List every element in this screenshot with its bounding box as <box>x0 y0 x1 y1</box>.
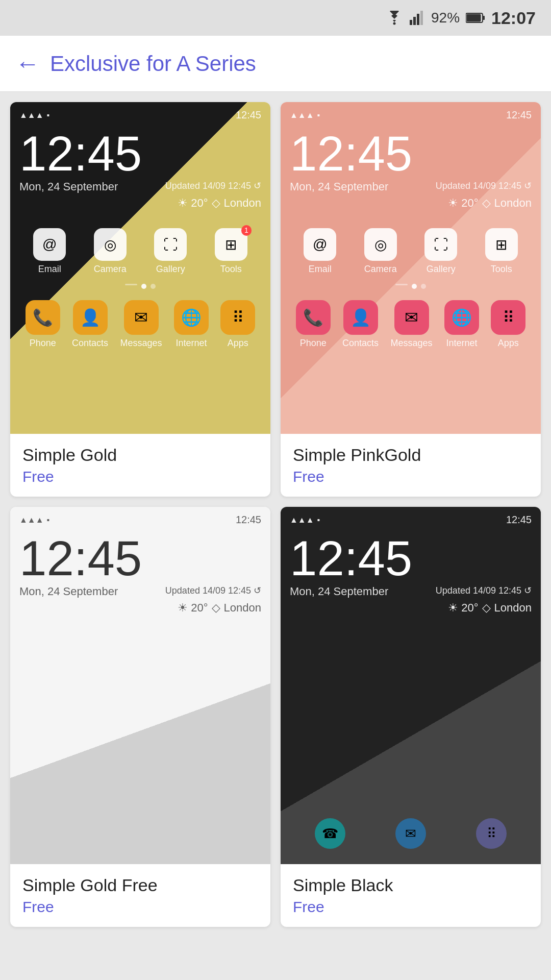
preview-status-bar-pink: ▲▲▲ ▪ 12:45 <box>281 102 541 124</box>
preview-top-right-silver: 12:45 <box>236 514 261 526</box>
theme-info-pinkgold: Simple PinkGold Free <box>281 434 541 497</box>
dock-phone: 📞 Phone <box>26 300 60 349</box>
black-icon-2: ✉ <box>395 818 426 849</box>
page-title: Exclusive for A Series <box>50 52 256 76</box>
dock-contacts-pink: 👤 Contacts <box>342 300 379 349</box>
preview-top-right: 12:45 <box>236 109 261 121</box>
phone-label-pink: Phone <box>300 338 327 349</box>
messages-icon: ✉ <box>124 300 159 335</box>
back-button[interactable]: ← <box>15 52 40 76</box>
contacts-label-pink: Contacts <box>342 338 379 349</box>
theme-name-pinkgold: Simple PinkGold <box>293 445 529 465</box>
theme-preview-pinkgold: ▲▲▲ ▪ 12:45 12:45 Mon, 24 September Upda… <box>281 102 541 434</box>
wifi-icon <box>385 11 404 25</box>
dot-inactive <box>151 284 156 289</box>
gallery-label: Gallery <box>156 264 185 275</box>
signal-icon <box>410 11 425 25</box>
camera-icon-pink: ◎ <box>364 228 397 261</box>
gallery-icon: ⛶ <box>154 228 187 261</box>
email-icon-pink: @ <box>304 228 336 261</box>
preview-status-bar-silver: ▲▲▲ ▪ 12:45 <box>10 507 270 529</box>
preview-icon-gallery: ⛶ Gallery <box>154 228 187 275</box>
black-icon-1: ☎ <box>315 818 345 849</box>
theme-name-black: Simple Black <box>293 875 529 895</box>
tools-badge: 1 <box>241 225 252 236</box>
theme-card-simple-gold-free[interactable]: ▲▲▲ ▪ 12:45 12:45 Mon, 24 September Upda… <box>10 507 270 927</box>
preview-dots-pink <box>281 278 541 295</box>
dot-active-pink <box>412 284 417 289</box>
theme-price-gold: Free <box>22 468 258 485</box>
theme-preview-black: ▲▲▲ ▪ 12:45 12:45 Mon, 24 September Upda… <box>281 507 541 864</box>
preview-top-right-pink: 12:45 <box>506 109 532 121</box>
internet-label: Internet <box>176 338 207 349</box>
svg-rect-1 <box>410 20 412 25</box>
camera-label: Camera <box>94 264 127 275</box>
dock-contacts: 👤 Contacts <box>72 300 108 349</box>
preview-icon-tools: ⊞ 1 Tools <box>215 228 247 275</box>
dock-messages-pink: ✉ Messages <box>390 300 432 349</box>
camera-icon: ◎ <box>94 228 127 261</box>
gallery-label-pink: Gallery <box>427 264 456 275</box>
theme-card-simple-gold[interactable]: ▲▲▲ ▪ 12:45 12:45 Mon, 24 September Upda… <box>10 102 270 497</box>
contacts-icon: 👤 <box>73 300 108 335</box>
preview-clock-pink: 12:45 <box>281 124 541 178</box>
themes-grid: ▲▲▲ ▪ 12:45 12:45 Mon, 24 September Upda… <box>0 92 551 937</box>
svg-rect-6 <box>467 14 481 22</box>
theme-price-black: Free <box>293 898 529 916</box>
preview-top-right-black: 12:45 <box>506 514 532 526</box>
dot-active <box>141 284 146 289</box>
contacts-label: Contacts <box>72 338 108 349</box>
internet-icon: 🌐 <box>174 300 209 335</box>
messages-icon-pink: ✉ <box>394 300 429 335</box>
status-icons: 92% 12:07 <box>385 8 536 28</box>
header: ← Exclusive for A Series <box>0 36 551 92</box>
preview-dots <box>10 278 270 295</box>
apps-label-pink: Apps <box>498 338 519 349</box>
dock-apps: ⠿ Apps <box>220 300 255 349</box>
preview-icon-email-pink: @ Email <box>304 228 336 275</box>
messages-label-pink: Messages <box>390 338 432 349</box>
tools-icon: ⊞ 1 <box>215 228 247 261</box>
camera-label-pink: Camera <box>364 264 397 275</box>
email-icon: @ <box>33 228 66 261</box>
email-label: Email <box>38 264 61 275</box>
email-label-pink: Email <box>309 264 332 275</box>
preview-bottom-row-pink: 📞 Phone 👤 Contacts ✉ Messages 🌐 Internet… <box>281 295 541 359</box>
battery-percent: 92% <box>431 10 460 26</box>
preview-icons-row-pink: @ Email ◎ Camera ⛶ Gallery ⊞ Tools <box>281 213 541 278</box>
weather-row: ☀ 20° ◇ London <box>10 193 270 213</box>
dot-dash <box>125 284 137 285</box>
dot-inactive-pink <box>421 284 426 289</box>
preview-icon-tools-pink: ⊞ Tools <box>485 228 518 275</box>
theme-card-simple-black[interactable]: ▲▲▲ ▪ 12:45 12:45 Mon, 24 September Upda… <box>281 507 541 927</box>
weather-row-silver: ☀ 20° ◇ London <box>10 598 270 618</box>
apps-label: Apps <box>228 338 248 349</box>
tools-icon-pink: ⊞ <box>485 228 518 261</box>
preview-clock-black: 12:45 <box>281 529 541 583</box>
phone-icon: 📞 <box>26 300 60 335</box>
preview-status-bar: ▲▲▲ ▪ 12:45 <box>10 102 270 124</box>
theme-preview-silver: ▲▲▲ ▪ 12:45 12:45 Mon, 24 September Upda… <box>10 507 270 864</box>
internet-icon-pink: 🌐 <box>444 300 479 335</box>
theme-card-simple-pinkgold[interactable]: ▲▲▲ ▪ 12:45 12:45 Mon, 24 September Upda… <box>281 102 541 497</box>
preview-icon-email: @ Email <box>33 228 66 275</box>
svg-rect-4 <box>420 11 423 25</box>
preview-icon-gallery-pink: ⛶ Gallery <box>424 228 457 275</box>
svg-point-0 <box>393 22 395 25</box>
internet-label-pink: Internet <box>446 338 477 349</box>
preview-icons-row: @ Email ◎ Camera ⛶ Gallery ⊞ 1 Tools <box>10 213 270 278</box>
preview-icon-camera-pink: ◎ Camera <box>364 228 397 275</box>
tools-label: Tools <box>220 264 242 275</box>
preview-bottom-row: 📞 Phone 👤 Contacts ✉ Messages 🌐 Internet… <box>10 295 270 359</box>
apps-icon-pink: ⠿ <box>491 300 525 335</box>
dock-messages: ✉ Messages <box>120 300 162 349</box>
preview-clock: 12:45 <box>10 124 270 178</box>
weather-row-black: ☀ 20° ◇ London <box>281 598 541 618</box>
contacts-icon-pink: 👤 <box>343 300 378 335</box>
black-icon-3: ⠿ <box>476 818 507 849</box>
apps-icon: ⠿ <box>220 300 255 335</box>
svg-rect-2 <box>413 17 416 25</box>
theme-info-gold: Simple Gold Free <box>10 434 270 497</box>
theme-price-pinkgold: Free <box>293 468 529 485</box>
preview-clock-silver: 12:45 <box>10 529 270 583</box>
